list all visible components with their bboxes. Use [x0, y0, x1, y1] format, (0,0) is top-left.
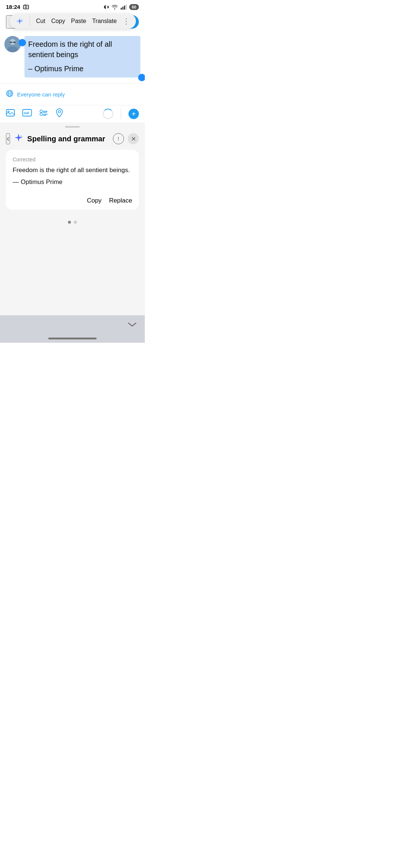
compose-text-line2[interactable]: – Optimus Prime [28, 63, 137, 74]
compose-area: Cut Copy Paste Translate ⋮ Freedom is th… [0, 32, 145, 78]
battery-level: 60 [129, 4, 139, 10]
selection-handle-right [138, 74, 145, 81]
dot-2 [74, 221, 77, 224]
wifi-icon [111, 4, 118, 10]
location-icon[interactable] [56, 108, 63, 119]
dot-1 [68, 221, 71, 224]
sheet-info-button[interactable]: ! [113, 133, 124, 144]
svg-point-25 [40, 110, 43, 113]
status-icons: 60 [103, 4, 139, 10]
selection-handle-left [19, 39, 26, 46]
home-bar [48, 338, 97, 339]
signal-icon [120, 4, 127, 10]
sparkle-icon [16, 17, 24, 25]
cut-button[interactable]: Cut [36, 18, 45, 24]
copy-button[interactable]: Copy [51, 18, 65, 24]
svg-rect-7 [122, 7, 123, 10]
svg-rect-14 [13, 42, 16, 43]
corrected-card: Corrected Freedom is the right of all se… [6, 150, 139, 210]
card-actions: Copy Replace [13, 194, 132, 204]
photo-icon [23, 4, 29, 10]
status-bar: 18:24 60 [0, 0, 145, 12]
context-menu: Cut Copy Paste Translate ⋮ [10, 14, 136, 29]
toolbar-divider [121, 109, 121, 119]
sheet-handle[interactable] [0, 122, 145, 130]
compose-text-line1[interactable]: Freedom is the right of all sentient bei… [28, 39, 137, 60]
copy-corrected-button[interactable]: Copy [87, 197, 102, 204]
translate-button[interactable]: Translate [92, 18, 117, 24]
status-time: 18:24 [6, 4, 20, 10]
svg-text:GIF: GIF [24, 111, 30, 115]
sheet-header: ‹ Spelling and grammar ! ✕ [0, 130, 145, 148]
more-options-button[interactable]: ⋮ [123, 17, 130, 26]
sheet-back-button[interactable]: ‹ [6, 133, 10, 144]
svg-rect-8 [124, 6, 125, 10]
corrected-label: Corrected [13, 157, 132, 162]
svg-rect-9 [125, 4, 127, 10]
reply-label[interactable]: Everyone can reply [17, 91, 65, 98]
sheet-title: Spelling and grammar [27, 135, 109, 143]
svg-rect-6 [121, 8, 122, 10]
svg-point-26 [40, 113, 43, 116]
context-divider [30, 17, 30, 26]
home-indicator [0, 335, 145, 343]
svg-point-5 [114, 8, 115, 9]
avatar [4, 36, 21, 52]
svg-rect-2 [25, 4, 26, 5]
globe-icon [6, 90, 13, 99]
svg-point-12 [7, 46, 18, 52]
replace-button[interactable]: Replace [109, 197, 132, 204]
text-content[interactable]: Cut Copy Paste Translate ⋮ Freedom is th… [25, 34, 140, 78]
sheet-sparkle-icon [14, 133, 23, 145]
svg-rect-13 [10, 42, 12, 43]
spelling-sheet: ‹ Spelling and grammar ! ✕ Corrected Fre… [0, 130, 145, 315]
selected-text-block[interactable]: Freedom is the right of all sentient bei… [25, 36, 140, 78]
character-count [103, 109, 113, 119]
keyboard-chevron-button[interactable] [127, 321, 137, 330]
svg-point-31 [58, 111, 61, 113]
gif-icon[interactable]: GIF [22, 109, 32, 119]
keyboard-area [0, 315, 145, 335]
poll-icon[interactable] [39, 109, 48, 119]
image-icon[interactable] [6, 109, 15, 119]
pagination-dots [0, 216, 145, 227]
mute-icon [103, 4, 109, 10]
svg-point-1 [25, 6, 27, 8]
add-thread-button[interactable]: + [128, 109, 139, 119]
sheet-close-button[interactable]: ✕ [128, 133, 139, 144]
paste-button[interactable]: Paste [71, 18, 86, 24]
svg-rect-0 [23, 5, 29, 9]
compose-toolbar: GIF + [0, 105, 145, 122]
handle-bar [65, 126, 80, 128]
corrected-text-sub: — Optimus Prime [13, 177, 132, 187]
reply-section[interactable]: Everyone can reply [0, 83, 145, 105]
corrected-text-main: Freedom is the right of all sentient bei… [13, 165, 132, 175]
